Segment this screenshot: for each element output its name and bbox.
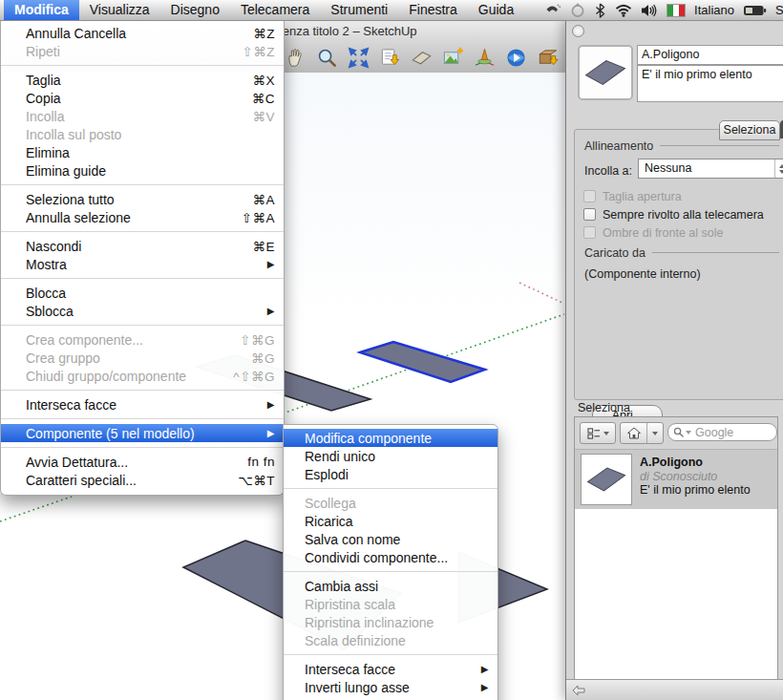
menubar-menu[interactable]: Modifica — [4, 0, 79, 20]
green-axis-dotted-line-2 — [0, 497, 72, 521]
checkbox — [583, 190, 596, 202]
pan-hand-icon[interactable] — [283, 45, 307, 70]
menu-separator — [284, 488, 497, 489]
menu-item[interactable]: Cambia assi — [284, 577, 497, 595]
search-field[interactable] — [667, 423, 777, 441]
component-name-field[interactable]: A.Poligono — [637, 45, 783, 65]
divider — [652, 251, 779, 253]
back-icon[interactable] — [572, 685, 585, 696]
add-location-icon[interactable] — [440, 45, 465, 70]
menubar-menu[interactable]: Telecamera — [230, 0, 320, 20]
menu-item[interactable]: Elimina — [1, 143, 284, 161]
get-models-icon[interactable] — [535, 45, 560, 70]
menu-item[interactable]: Elimina guide — [1, 161, 284, 180]
time-machine-icon[interactable] — [570, 3, 585, 18]
menu-item[interactable]: Blocca — [1, 284, 284, 302]
menu-item[interactable]: Esplodi — [284, 465, 497, 483]
home-button[interactable] — [620, 422, 664, 444]
chevron-down-icon — [603, 432, 609, 435]
alignment-groupbox: Allineamento Incolla a: Nessuna Taglia a… — [574, 129, 783, 400]
menubar-menu[interactable]: Guida — [468, 0, 524, 20]
menu-item[interactable]: Avvia Dettatura...fn fn — [1, 453, 284, 471]
menu-separator — [1, 447, 284, 448]
selected-component-face — [360, 342, 485, 382]
tab-seleziona[interactable]: Seleziona — [719, 120, 780, 140]
browser-toolbar — [575, 417, 777, 450]
view-options-button[interactable] — [580, 422, 616, 444]
zoom-extents-icon[interactable] — [346, 45, 370, 70]
menu-item[interactable]: Nascondi⌘E — [1, 237, 284, 255]
search-input[interactable] — [693, 425, 764, 440]
menubar-menu[interactable]: Strumenti — [320, 0, 398, 20]
option-checkbox-row[interactable]: Sempre rivolto alla telecamera — [581, 205, 783, 223]
bluetooth-icon[interactable] — [594, 3, 606, 18]
home-menu-arrow[interactable] — [647, 423, 663, 443]
menu-separator — [1, 231, 284, 232]
stepper-arrows-icon[interactable] — [774, 159, 783, 178]
menu-item[interactable]: Sblocca▶ — [1, 302, 284, 320]
menu-item[interactable]: Mostra▶ — [1, 255, 284, 273]
menu-separator — [1, 418, 284, 419]
menu-item[interactable]: Annulla selezione⇧⌘A — [1, 208, 284, 226]
menubar-status: Italiano S — [545, 0, 783, 20]
menu-item[interactable]: Seleziona tutto⌘A — [1, 190, 284, 208]
menu-item[interactable]: Condividi componente... — [284, 548, 497, 566]
internal-component-label: (Componente interno) — [584, 267, 701, 281]
zoom-icon[interactable] — [314, 45, 339, 70]
component-browser: A.Poligono di Sconosciuto E' il mio prim… — [574, 416, 778, 680]
wifi-icon[interactable] — [615, 3, 632, 17]
menu-item[interactable]: Interseca facce▶ — [1, 395, 284, 414]
menu-separator — [1, 325, 284, 326]
loaded-from-label: Caricato da — [584, 246, 645, 260]
option-checkbox-row: Ombre di fronte al sole — [581, 223, 783, 242]
menu-item[interactable]: Modifica componente — [284, 429, 497, 447]
italian-flag-icon[interactable] — [667, 4, 686, 17]
component-description-field[interactable]: E' il mio primo elento — [637, 65, 783, 102]
language-label[interactable]: Italiano — [694, 3, 734, 17]
menu-item[interactable]: Ricarica — [284, 512, 497, 530]
menu-item[interactable]: Interseca facce▶ — [284, 660, 497, 678]
menu-item[interactable]: Inverti lungo asse▶ — [284, 678, 497, 696]
menu-separator — [1, 184, 284, 185]
menubar-menus: ModificaVisualizzaDisegnoTelecameraStrum… — [0, 0, 524, 20]
component-thumbnail — [578, 45, 633, 100]
checkbox — [583, 208, 596, 221]
face-icon[interactable] — [409, 45, 434, 70]
close-icon[interactable] — [572, 25, 584, 37]
search-scope-arrow — [686, 431, 691, 435]
menu-separator — [1, 278, 284, 279]
menu-item[interactable]: Rendi unico — [284, 447, 497, 465]
component-item-title: A.Poligono — [640, 456, 751, 470]
edit-menu: Annulla Cancella⌘ZRipeti⇧⌘ZTaglia⌘XCopia… — [0, 20, 285, 496]
divider — [660, 144, 779, 146]
menu-item[interactable]: Salva con nome — [284, 530, 497, 548]
battery-icon[interactable] — [743, 4, 767, 17]
menu-item[interactable]: Componente (5 nel modello)▶ — [1, 424, 284, 442]
menu-item: Scollega — [284, 494, 497, 512]
previous-view-icon[interactable] — [377, 45, 402, 70]
menu-item[interactable]: Copia⌘C — [1, 89, 284, 107]
component-item-author: di Sconosciuto — [640, 470, 751, 484]
window-title: Senza titolo 2 – SketchUp — [274, 24, 417, 38]
phone-icon[interactable] — [545, 3, 561, 17]
glue-to-dropdown[interactable]: Nessuna — [638, 159, 783, 179]
component-list-item[interactable]: A.Poligono di Sconosciuto E' il mio prim… — [575, 450, 777, 509]
list-view-icon — [587, 427, 601, 440]
component-submenu: Modifica componenteRendi unicoEsplodiSco… — [283, 424, 498, 700]
menu-item: Incolla⌘V — [1, 107, 284, 125]
menu-item[interactable]: Annulla Cancella⌘Z — [1, 24, 284, 42]
home-icon[interactable] — [622, 423, 647, 443]
menu-separator — [284, 654, 497, 655]
menubar-menu[interactable]: Visualizza — [79, 0, 160, 20]
volume-icon[interactable] — [641, 3, 658, 18]
component-info-panel: A.Poligono E' il mio primo elento Selezi… — [565, 20, 783, 700]
menu-item: Ripristina inclinazione — [284, 613, 497, 631]
menu-item[interactable]: Caratteri speciali...⌥⌘T — [1, 471, 284, 489]
menu-item: Incolla sul posto — [1, 125, 284, 143]
menubar-menu[interactable]: Disegno — [160, 0, 230, 20]
position-camera-icon[interactable] — [472, 45, 497, 70]
component-item-description: E' il mio primo elento — [640, 483, 751, 498]
google-earth-icon[interactable] — [503, 45, 528, 70]
menubar-menu[interactable]: Finestra — [398, 0, 468, 20]
menu-item[interactable]: Taglia⌘X — [1, 71, 284, 89]
